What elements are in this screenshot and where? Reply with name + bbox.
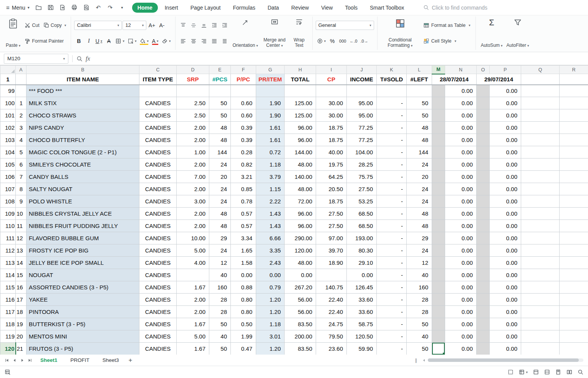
cell-N111[interactable]: 0.00 bbox=[445, 232, 477, 244]
cell-E119[interactable]: 40 bbox=[209, 330, 231, 343]
cell-E112[interactable]: 24 bbox=[209, 244, 231, 257]
cell-C100[interactable]: CANDIES bbox=[139, 97, 177, 109]
cell-O108[interactable] bbox=[477, 195, 490, 208]
zoom-button[interactable] bbox=[578, 369, 583, 375]
row-header-99[interactable]: 99 bbox=[0, 85, 16, 97]
cell-C103[interactable]: CANDIES bbox=[139, 134, 177, 146]
cell-F116[interactable]: 0.80 bbox=[231, 294, 256, 306]
cell-C104[interactable]: CANDIES bbox=[139, 146, 177, 158]
cell-L100[interactable]: 50 bbox=[407, 97, 432, 109]
tab-page-layout[interactable]: Page Layout bbox=[185, 3, 226, 13]
cell-M118[interactable] bbox=[432, 318, 445, 330]
cell-A105[interactable]: 6 bbox=[16, 158, 27, 171]
cell-G118[interactable]: 1.18 bbox=[256, 318, 285, 330]
menu-button[interactable]: ≡ Menu ▾ bbox=[4, 3, 32, 12]
cell-G100[interactable]: 1.90 bbox=[256, 97, 285, 109]
cell-L102[interactable]: 48 bbox=[407, 122, 432, 134]
cell-B101[interactable]: CHOCO STRAWS bbox=[27, 109, 139, 122]
cell-R106[interactable] bbox=[560, 171, 588, 183]
row-header-108[interactable]: 108 bbox=[0, 195, 16, 208]
cell-D119[interactable]: 5.00 bbox=[177, 330, 209, 343]
comma-style-button[interactable]: 000 bbox=[338, 36, 348, 46]
last-sheet-button[interactable] bbox=[26, 357, 34, 364]
align-center-button[interactable] bbox=[189, 36, 198, 46]
cell-H103[interactable]: 96.00 bbox=[285, 134, 316, 146]
cell-J105[interactable]: 28.25 bbox=[347, 158, 377, 171]
cell-F112[interactable]: 1.65 bbox=[231, 244, 256, 257]
cell-I106[interactable]: 64.25 bbox=[316, 171, 347, 183]
cell-I113[interactable]: 18.90 bbox=[316, 257, 347, 269]
cell-L114[interactable]: 40 bbox=[407, 269, 432, 281]
decrease-decimal-button[interactable]: .0→ bbox=[359, 36, 369, 46]
tab-insert[interactable]: Insert bbox=[159, 3, 184, 13]
command-search[interactable]: Click to find commands bbox=[423, 5, 487, 11]
fill-color-button[interactable] bbox=[138, 36, 150, 46]
cell-M111[interactable] bbox=[432, 232, 445, 244]
conditional-formatting-button[interactable]: Conditional Formatting bbox=[381, 17, 420, 49]
cell-M113[interactable] bbox=[432, 257, 445, 269]
cell-L108[interactable]: 24 bbox=[407, 195, 432, 208]
cell-H107[interactable]: 48.00 bbox=[285, 183, 316, 195]
column-header-B[interactable]: B bbox=[27, 66, 139, 74]
cell-K104[interactable]: - bbox=[377, 146, 407, 158]
cell-K116[interactable]: - bbox=[377, 294, 407, 306]
cell-F106[interactable]: 3.21 bbox=[231, 171, 256, 183]
copy-button[interactable]: Copy bbox=[42, 21, 68, 29]
cell-B107[interactable]: SALTY NOUGAT bbox=[27, 183, 139, 195]
cell-B110[interactable]: NIBBLES FRUIT PUDDING JELLY bbox=[27, 220, 139, 232]
cell-H101[interactable]: 125.00 bbox=[285, 109, 316, 122]
cell-K110[interactable]: - bbox=[377, 220, 407, 232]
cell-O118[interactable] bbox=[477, 318, 490, 330]
cell-C106[interactable]: CANDIES bbox=[139, 171, 177, 183]
cell-A106[interactable]: 7 bbox=[16, 171, 27, 183]
cell-I104[interactable]: 40.00 bbox=[316, 146, 347, 158]
row-header-105[interactable]: 105 bbox=[0, 158, 16, 171]
row-header-119[interactable]: 119 bbox=[0, 330, 16, 343]
cell-N110[interactable]: 0.00 bbox=[445, 220, 477, 232]
cell-P114[interactable]: 0.00 bbox=[490, 269, 521, 281]
cell-O110[interactable] bbox=[477, 220, 490, 232]
cell-O120[interactable] bbox=[477, 343, 490, 355]
distribute-button[interactable] bbox=[220, 36, 229, 46]
cell-H115[interactable]: 267.20 bbox=[285, 281, 316, 294]
cell-C99[interactable] bbox=[139, 85, 177, 97]
column-header-P[interactable]: P bbox=[490, 66, 521, 74]
cell-C102[interactable]: CANDIES bbox=[139, 122, 177, 134]
cell-I1[interactable]: CP bbox=[316, 74, 347, 85]
cell-E102[interactable]: 48 bbox=[209, 122, 231, 134]
tab-split-handle[interactable]: ∥ bbox=[415, 358, 417, 363]
cell-M117[interactable] bbox=[432, 306, 445, 318]
cell-K120[interactable]: - bbox=[377, 343, 407, 355]
cell-R105[interactable] bbox=[560, 158, 588, 171]
cell-R100[interactable] bbox=[560, 97, 588, 109]
cell-C118[interactable]: CANDIES bbox=[139, 318, 177, 330]
cell-G116[interactable]: 1.20 bbox=[256, 294, 285, 306]
cell-H109[interactable]: 96.00 bbox=[285, 208, 316, 220]
underline-button[interactable]: U bbox=[94, 36, 103, 46]
cell-B119[interactable]: MENTOS MINI bbox=[27, 330, 139, 343]
cell-M104[interactable] bbox=[432, 146, 445, 158]
cell-G1[interactable]: PR/ITEM bbox=[256, 74, 285, 85]
cell-N99[interactable]: 0.00 bbox=[445, 85, 477, 97]
italic-button[interactable]: I bbox=[84, 36, 93, 46]
cell-J100[interactable]: 95.00 bbox=[347, 97, 377, 109]
cell-F101[interactable]: 0.60 bbox=[231, 109, 256, 122]
cell-L117[interactable]: 28 bbox=[407, 306, 432, 318]
cell-G106[interactable]: 3.79 bbox=[256, 171, 285, 183]
cell-F109[interactable]: 0.57 bbox=[231, 208, 256, 220]
cell-D114[interactable] bbox=[177, 269, 209, 281]
cell-J104[interactable]: 104.00 bbox=[347, 146, 377, 158]
cell-Q107[interactable] bbox=[521, 183, 560, 195]
cell-F111[interactable]: 3.34 bbox=[231, 232, 256, 244]
cell-P102[interactable]: 0.00 bbox=[490, 122, 521, 134]
column-header-C[interactable]: C bbox=[139, 66, 177, 74]
cell-H110[interactable]: 96.00 bbox=[285, 220, 316, 232]
cell-Q104[interactable] bbox=[521, 146, 560, 158]
cell-D109[interactable]: 2.00 bbox=[177, 208, 209, 220]
cell-I101[interactable]: 30.00 bbox=[316, 109, 347, 122]
cell-I102[interactable]: 18.75 bbox=[316, 122, 347, 134]
font-family-select[interactable]: Calibri bbox=[74, 21, 122, 30]
row-header-1[interactable]: 1 bbox=[0, 74, 16, 85]
cell-J115[interactable]: 126.45 bbox=[347, 281, 377, 294]
cell-N119[interactable]: 0.00 bbox=[445, 330, 477, 343]
